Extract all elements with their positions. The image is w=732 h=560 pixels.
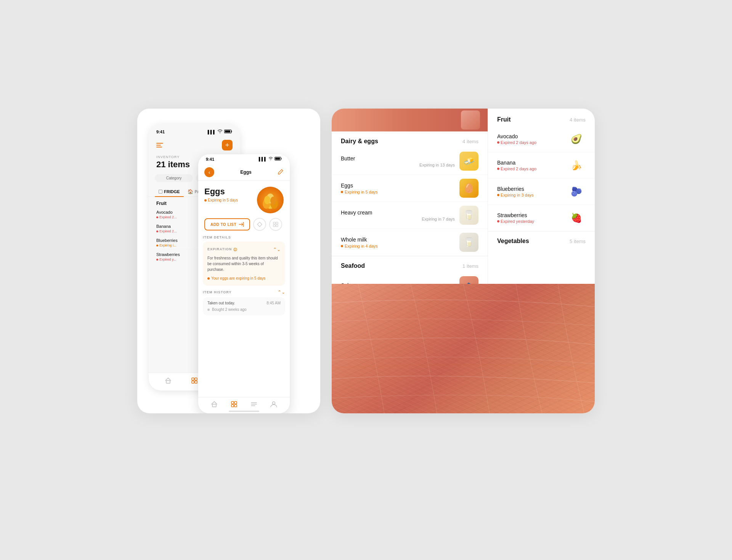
history-card: Taken out today. 8:45 AM Bought 2 weeks … xyxy=(203,297,285,315)
grid-icon-button[interactable] xyxy=(269,218,282,231)
fg-nav-inventory[interactable] xyxy=(230,400,238,408)
action-row: ADD TO LIST xyxy=(198,213,290,235)
right-top: Dairy & eggs 4 items Butter Expiring in … xyxy=(332,109,595,284)
svg-rect-25 xyxy=(231,402,234,404)
battery-icon xyxy=(274,157,282,162)
svg-text:i: i xyxy=(235,248,236,251)
fruit-item-blueberries: Blueberries Expiring in 3 days 🫐 xyxy=(488,179,595,205)
inventory-item-whole-milk: Whole milk Expiring in 4 days 🥛 xyxy=(332,229,488,256)
crop-thumb xyxy=(461,110,480,130)
item-details-label: ITEM DETAILS xyxy=(203,235,231,239)
expand-icon[interactable]: ⌃⌄ xyxy=(273,246,281,253)
fg-header: 9:41 ▌▌▌ xyxy=(198,154,290,181)
battery-icon xyxy=(224,129,233,134)
strawberries-thumb: 🍓 xyxy=(567,209,586,227)
signal-bars: ▌▌▌ xyxy=(208,130,216,134)
right-card: Dairy & eggs 4 items Butter Expiring in … xyxy=(332,109,595,413)
eggs-title-area: Eggs Expiring in 5 days xyxy=(204,187,238,202)
salmon-image-section xyxy=(332,284,595,413)
category-filter[interactable]: Category xyxy=(155,174,193,182)
svg-rect-26 xyxy=(234,402,237,404)
eggs-image xyxy=(257,187,284,213)
dairy-section-header: Dairy & eggs 4 items xyxy=(332,131,488,148)
nav-home[interactable] xyxy=(164,377,172,384)
inventory-item-heavy-cream: Heavy cream Expiring in 7 days 🥛 xyxy=(332,202,488,229)
svg-point-32 xyxy=(273,402,275,405)
tab-fridge[interactable]: FRIDGE xyxy=(155,187,184,197)
fruit-item-strawberries: Strawberries Expired yesterday 🍓 xyxy=(488,205,595,231)
item-details-section: ITEM DETAILS EXPIRATION i ⌃⌄ xyxy=(203,235,285,286)
fruit-panel: Fruit 4 items Avocado Expired 2 days ago… xyxy=(488,109,595,284)
svg-rect-21 xyxy=(276,225,278,227)
seafood-thumb: 🐟 xyxy=(459,276,478,284)
svg-rect-3 xyxy=(192,378,194,380)
menu-icon[interactable] xyxy=(156,143,163,147)
fg-nav-list[interactable] xyxy=(250,400,258,408)
svg-point-16 xyxy=(264,196,270,204)
inventory-item-butter: Butter Expiring in 13 days 🧈 xyxy=(332,148,488,175)
svg-rect-1 xyxy=(225,130,230,133)
fg-signal: ▌▌▌ xyxy=(259,157,282,162)
edit-icon[interactable] xyxy=(278,169,284,176)
svg-rect-18 xyxy=(273,222,275,224)
back-button[interactable]: ‹ xyxy=(204,167,214,177)
inventory-item-seafood: Salmon 🐟 xyxy=(332,272,488,284)
status-time: 9:41 xyxy=(156,130,165,134)
svg-rect-5 xyxy=(192,381,194,383)
left-card: 9:41 ▌▌▌ xyxy=(137,109,320,413)
svg-rect-19 xyxy=(276,222,278,224)
fruit-item-avocado: Avocado Expired 2 days ago 🥑 xyxy=(488,126,595,152)
expiration-warning: Your eggs are expiring in 5 days xyxy=(207,275,281,281)
avocado-thumb: 🥑 xyxy=(567,130,586,148)
seafood-section-header: Seafood 1 items xyxy=(332,256,488,272)
svg-rect-28 xyxy=(234,405,237,407)
history-row: Taken out today. 8:45 AM xyxy=(207,301,281,305)
history-section: ITEM HISTORY ⌃⌄ Taken out today. 8:45 AM… xyxy=(203,290,285,315)
svg-rect-4 xyxy=(195,378,197,380)
home-indicator xyxy=(229,411,259,412)
inventory-item-eggs: Eggs Expiring in 5 days 🥚 xyxy=(332,175,488,202)
svg-rect-27 xyxy=(231,405,234,407)
milk-thumb: 🥛 xyxy=(459,233,478,252)
add-to-list-button[interactable]: ADD TO LIST xyxy=(204,218,250,230)
status-bar: 9:41 ▌▌▌ xyxy=(149,124,240,138)
butter-thumb: 🧈 xyxy=(459,152,478,171)
history-title-row: ITEM HISTORY ⌃⌄ xyxy=(203,290,285,295)
section-title-row: ITEM DETAILS xyxy=(203,235,285,239)
svg-point-17 xyxy=(270,197,276,205)
blueberries-thumb: 🫐 xyxy=(567,182,586,201)
diamond-icon-button[interactable] xyxy=(253,218,266,231)
fg-page-title: Eggs xyxy=(217,170,274,175)
signal-bars: ▌▌▌ xyxy=(259,157,267,161)
eggs-hero: Eggs Expiring in 5 days xyxy=(198,181,290,213)
fg-status-bar: 9:41 ▌▌▌ xyxy=(206,157,282,162)
fruit-item-banana: Banana Expired 2 days ago 🍌 xyxy=(488,152,595,179)
eggs-thumb: 🥚 xyxy=(459,179,478,198)
svg-rect-11 xyxy=(275,158,280,160)
fg-nav-home[interactable] xyxy=(210,400,218,408)
signal-icons: ▌▌▌ xyxy=(208,129,233,134)
phone-foreground-screen: 9:41 ▌▌▌ xyxy=(198,154,290,413)
vegetables-section-header: Vegetables 5 items xyxy=(488,231,595,248)
history-sub: Bought 2 weeks ago xyxy=(207,307,281,312)
app-scene: 9:41 ▌▌▌ xyxy=(137,109,595,451)
eggs-expiry: Expiring in 5 days xyxy=(204,198,238,202)
wifi-icon xyxy=(268,157,273,161)
history-expand-icon[interactable]: ⌃⌄ xyxy=(278,290,285,295)
expiration-row: EXPIRATION i ⌃⌄ xyxy=(207,246,281,253)
expiration-desc: For freshness and quality this item shou… xyxy=(207,255,281,272)
top-crop-image xyxy=(332,109,488,131)
svg-rect-2 xyxy=(166,381,170,383)
cream-thumb: 🥛 xyxy=(459,206,478,225)
nav-inventory[interactable] xyxy=(191,377,198,384)
add-button[interactable]: + xyxy=(222,140,233,150)
phone-header: + xyxy=(149,138,240,155)
fg-nav-profile[interactable] xyxy=(270,400,278,408)
expiration-card: EXPIRATION i ⌃⌄ For freshness and qualit… xyxy=(203,242,285,286)
history-label: ITEM HISTORY xyxy=(203,290,232,294)
svg-rect-24 xyxy=(212,404,216,407)
salmon-image xyxy=(332,284,595,413)
svg-rect-20 xyxy=(273,225,275,227)
wifi-icon xyxy=(217,130,223,134)
banana-thumb: 🍌 xyxy=(567,156,586,174)
